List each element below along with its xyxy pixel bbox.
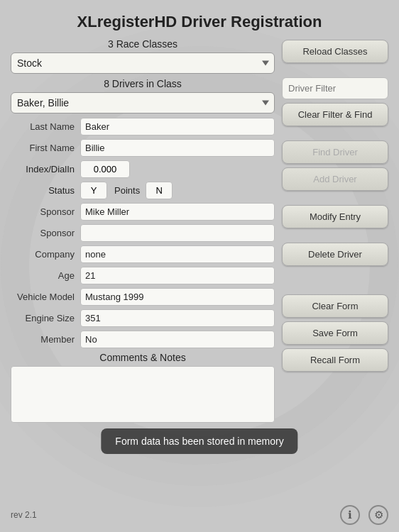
spacer4 — [282, 232, 388, 239]
member-label: Member — [11, 334, 75, 345]
reload-classes-button[interactable]: Reload Classes — [282, 40, 388, 63]
last-name-input[interactable] — [80, 118, 275, 135]
spacer1 — [282, 67, 388, 74]
engine-label: Engine Size — [11, 313, 75, 323]
index-input[interactable] — [80, 160, 130, 178]
sponsor2-row: Sponsor — [11, 224, 275, 242]
delete-driver-button[interactable]: Delete Driver — [282, 243, 388, 266]
sponsor1-row: Sponsor — [11, 203, 275, 221]
sponsor2-input[interactable] — [80, 224, 275, 242]
info-icon-button[interactable]: ℹ — [340, 505, 360, 525]
company-row: Company — [11, 245, 275, 263]
member-input[interactable] — [80, 331, 275, 348]
first-name-input[interactable] — [80, 139, 275, 157]
find-driver-button[interactable]: Find Driver — [282, 140, 388, 164]
engine-row: Engine Size — [11, 309, 275, 327]
age-input[interactable] — [80, 267, 275, 284]
member-row: Member — [11, 331, 275, 348]
company-input[interactable] — [80, 245, 275, 263]
last-name-label: Last Name — [11, 121, 75, 132]
driver-select[interactable]: Baker, BillieSmith, JohnJones, Mary — [11, 92, 275, 113]
status-label: Status — [11, 185, 75, 196]
first-name-row: First Name — [11, 139, 275, 157]
race-class-select[interactable]: StockModifiedStreet — [11, 52, 275, 74]
comments-textarea[interactable] — [11, 366, 275, 423]
comments-label: Comments & Notes — [11, 352, 275, 363]
race-classes-label: 3 Race Classes — [11, 38, 275, 50]
sponsor2-label: Sponsor — [11, 228, 75, 238]
vehicle-label: Vehicle Model — [11, 292, 75, 302]
footer-icons: ℹ ⚙ — [340, 505, 388, 525]
footer: rev 2.1 ℹ ⚙ — [11, 505, 388, 525]
points-input[interactable] — [146, 182, 173, 199]
driver-select-wrapper: Baker, BillieSmith, JohnJones, Mary — [11, 92, 275, 113]
sponsor1-input[interactable] — [80, 203, 275, 221]
spacer2 — [282, 130, 388, 137]
first-name-label: First Name — [11, 143, 75, 153]
status-row: Status Points — [11, 182, 275, 199]
version-label: rev 2.1 — [11, 510, 37, 520]
page-title: XLregisterHD Driver Registration — [11, 7, 388, 31]
age-row: Age — [11, 267, 275, 284]
spacer5 — [282, 270, 388, 291]
race-class-select-wrapper: StockModifiedStreet — [11, 52, 275, 74]
save-form-button[interactable]: Save Form — [282, 321, 388, 345]
recall-form-button[interactable]: Recall Form — [282, 348, 388, 372]
add-driver-button[interactable]: Add Driver — [282, 167, 388, 191]
last-name-row: Last Name — [11, 118, 275, 135]
sponsor1-label: Sponsor — [11, 206, 75, 217]
index-label: Index/DialIn — [11, 164, 75, 174]
clear-filter-button[interactable]: Clear Filter & Find — [282, 103, 388, 126]
age-label: Age — [11, 270, 75, 281]
status-input[interactable] — [80, 182, 107, 199]
points-label: Points — [114, 185, 140, 196]
gear-icon-button[interactable]: ⚙ — [368, 505, 388, 525]
engine-input[interactable] — [80, 309, 275, 327]
index-row: Index/DialIn — [11, 160, 275, 178]
driver-filter-input[interactable] — [282, 77, 388, 99]
spacer3 — [282, 194, 388, 201]
toast-message: Form data has been stored in memory — [101, 428, 297, 454]
company-label: Company — [11, 249, 75, 260]
modify-entry-button[interactable]: Modify Entry — [282, 205, 388, 228]
vehicle-input[interactable] — [80, 288, 275, 306]
vehicle-row: Vehicle Model — [11, 288, 275, 306]
drivers-label: 8 Drivers in Class — [11, 78, 275, 89]
clear-form-button[interactable]: Clear Form — [282, 294, 388, 318]
